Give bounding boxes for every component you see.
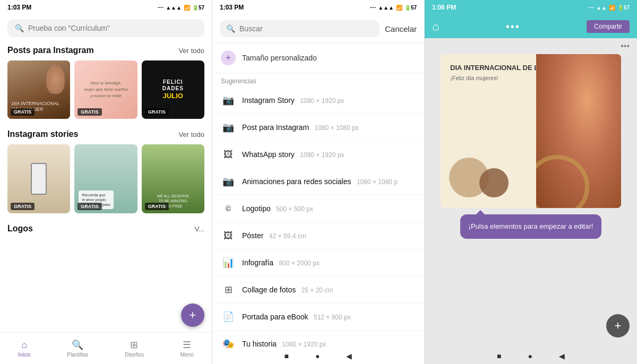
- time-2: 1:03 PM: [220, 4, 244, 11]
- bottom-nav-1: ⌂ Inicio 🔍 Plantillas ⊞ Diseños ☰ Menú: [0, 332, 212, 364]
- sug-dim-3: 1080 × 1080 p: [357, 178, 398, 186]
- editor-header: ⌂ ••• Compartir: [425, 15, 637, 38]
- post-instagram-icon: 📷: [221, 120, 236, 135]
- phone2-content: + Tamaño personalizado Sugerencias 📷 Ins…: [212, 43, 424, 348]
- section-title-stories: Instagram stories: [7, 129, 78, 139]
- suggestion-tu-historia[interactable]: 🎭 Tu historia 1080 × 1920 px: [212, 331, 424, 348]
- section-header-stories: Instagram stories Ver todo: [7, 129, 204, 139]
- nav-inicio[interactable]: ⌂ Inicio: [18, 340, 30, 358]
- nav-plantillas[interactable]: 🔍 Plantillas: [67, 339, 88, 358]
- search-input-2[interactable]: [239, 24, 373, 33]
- sug-name-3: Animaciones para redes sociales: [242, 177, 351, 186]
- suggestion-ebook[interactable]: 📄 Portada para eBook 512 × 800 px: [212, 304, 424, 331]
- nav-plantillas-label: Plantillas: [67, 352, 88, 358]
- cancelar-button[interactable]: Cancelar: [385, 24, 417, 33]
- card-st2[interactable]: Recuerda queel amor propioes el primer p…: [74, 144, 137, 213]
- fab-button-1[interactable]: +: [181, 304, 204, 327]
- status-bar-1: 1:03 PM ···· ▲▲▲ 📶 🔋57: [0, 0, 212, 15]
- section-header-instagram: Posts para Instagram Ver todo: [7, 46, 204, 55]
- nav-menu[interactable]: ☰ Menú: [180, 339, 194, 358]
- suggestion-infografia[interactable]: 📊 Infografía 800 × 2000 px: [212, 249, 424, 276]
- status-icons-1: ···· ▲▲▲ 📶 🔋57: [158, 5, 204, 11]
- sug-name-5: Póster: [242, 231, 263, 240]
- nav-menu-label: Menú: [180, 352, 194, 358]
- sug-name-9: Tu historia: [242, 340, 277, 348]
- gratis-badge-st2: GRATIS: [78, 203, 101, 210]
- suggestion-animaciones[interactable]: 📷 Animaciones para redes sociales 1080 ×…: [212, 168, 424, 195]
- instagram-posts-row: DIA INTERNACIONAL DE LA MUJER GRATIS Dio…: [7, 60, 204, 119]
- sug-name-8: Portada para eBook: [242, 313, 308, 321]
- ver-todo-stories[interactable]: Ver todo: [179, 131, 204, 138]
- ver-todo-logos[interactable]: V...: [195, 225, 204, 233]
- section-title-logos: Logos: [7, 224, 33, 233]
- logotipo-icon: ©: [221, 201, 236, 216]
- phone-outline-icon: [31, 163, 47, 195]
- sys-circle-2[interactable]: ●: [315, 352, 320, 360]
- suggestion-whatsapp[interactable]: 🖼 WhatsApp story 1080 × 1920 px: [212, 141, 424, 168]
- tooltip-bubble: ¡Pulsa elementos para empezar a editar!: [460, 214, 602, 239]
- infografia-icon: 📊: [221, 255, 236, 270]
- phone-3: 1:06 PM ···· ▲▲ 📶 🔋57 ⌂ ••• Compartir ••…: [425, 0, 637, 364]
- sys-nav-3: ■ ● ◀: [425, 348, 637, 364]
- sys-nav-2: ■ ● ◀: [212, 348, 424, 364]
- suggestion-instagram-story[interactable]: 📷 Instagram Story 1080 × 1920 px: [212, 87, 424, 114]
- card-st3[interactable]: WE ALL DESERVETO BE AMAZINGAND FREE GRAT…: [142, 144, 204, 213]
- poster-icon: 🖼: [221, 228, 236, 243]
- status-bar-3: 1:06 PM ···· ▲▲ 📶 🔋57: [425, 0, 637, 15]
- sug-dim-9: 1080 × 1920 px: [282, 341, 326, 348]
- suggestion-text: Instagram Story 1080 × 1920 px: [242, 96, 416, 105]
- design-woman-photo: [536, 54, 621, 208]
- home-editor-icon[interactable]: ⌂: [432, 20, 439, 33]
- gratis-badge-st3: GRATIS: [145, 203, 169, 210]
- share-button[interactable]: Compartir: [587, 20, 630, 33]
- collage-icon: ⊞: [221, 282, 236, 297]
- sys-back-3[interactable]: ◀: [559, 352, 565, 360]
- animaciones-icon: 📷: [221, 174, 236, 189]
- menu-icon: ☰: [183, 339, 191, 351]
- suggestion-post-instagram[interactable]: 📷 Post para Instagram 1080 × 1080 px: [212, 114, 424, 141]
- editor-canvas: ••• DIA INTERNACIONAL DE LA MUJER ¡Feliz…: [425, 38, 637, 348]
- templates-icon: 🔍: [72, 339, 83, 351]
- sys-back-2[interactable]: ◀: [346, 352, 352, 360]
- fab-button-3[interactable]: +: [606, 314, 630, 337]
- sys-square-2[interactable]: ■: [285, 352, 289, 360]
- editor-overflow-dots: •••: [425, 38, 637, 54]
- suggestion-poster[interactable]: 🖼 Póster 42 × 59.4 cm: [212, 222, 424, 249]
- sug-name-0: Instagram Story: [242, 96, 295, 105]
- add-custom-label: Tamaño personalizado: [242, 54, 317, 62]
- sug-name-7: Collage de fotos: [242, 285, 296, 294]
- nav-disenos-label: Diseños: [125, 352, 144, 358]
- card-st1[interactable]: GRATIS: [7, 144, 70, 213]
- card-ig2[interactable]: Dios te bendiga,mujer que tiene sueñosy …: [74, 60, 137, 119]
- suggestion-collage[interactable]: ⊞ Collage de fotos 25 × 20 cm: [212, 276, 424, 304]
- design-card[interactable]: DIA INTERNACIONAL DE LA MUJER ¡Feliz día…: [441, 54, 621, 208]
- add-custom-size[interactable]: + Tamaño personalizado: [212, 43, 424, 73]
- search-bar-1[interactable]: 🔍: [7, 19, 204, 37]
- card-ig1[interactable]: DIA INTERNACIONAL DE LA MUJER GRATIS: [7, 60, 70, 119]
- search-bar-2[interactable]: 🔍 Cancelar: [212, 15, 424, 43]
- overflow-icon[interactable]: •••: [621, 41, 630, 51]
- instagram-story-icon: 📷: [221, 93, 236, 108]
- suggestion-logotipo[interactable]: © Logotipo 500 × 500 px: [212, 195, 424, 222]
- woman-photo-inner: [536, 54, 621, 208]
- status-icons-3: ···· ▲▲ 📶 🔋57: [588, 5, 630, 11]
- add-plus-icon: +: [221, 50, 236, 65]
- gratis-badge-ig1: GRATIS: [11, 108, 35, 116]
- section-title-instagram: Posts para Instagram: [7, 46, 94, 55]
- home-icon: ⌂: [22, 340, 28, 351]
- search-input-wrap[interactable]: 🔍: [220, 20, 380, 37]
- more-options-dots[interactable]: •••: [506, 21, 520, 33]
- sys-circle-3[interactable]: ●: [528, 352, 532, 360]
- gratis-badge-ig2: GRATIS: [78, 108, 101, 116]
- sug-dim-1: 1080 × 1080 px: [315, 124, 359, 132]
- circle-small: [479, 168, 509, 197]
- section-header-logos: Logos V...: [7, 224, 204, 233]
- nav-disenos[interactable]: ⊞ Diseños: [125, 339, 144, 358]
- gratis-badge-ig3: GRATIS: [145, 108, 169, 116]
- ver-todo-instagram[interactable]: Ver todo: [179, 47, 204, 55]
- sug-name-4: Logotipo: [242, 204, 271, 213]
- search-input-1[interactable]: [28, 24, 197, 32]
- sys-square-3[interactable]: ■: [497, 352, 501, 360]
- card-ig3[interactable]: FELICI DADES JULIO GRATIS: [142, 60, 204, 119]
- stories-row: GRATIS Recuerda queel amor propioes el p…: [7, 144, 204, 213]
